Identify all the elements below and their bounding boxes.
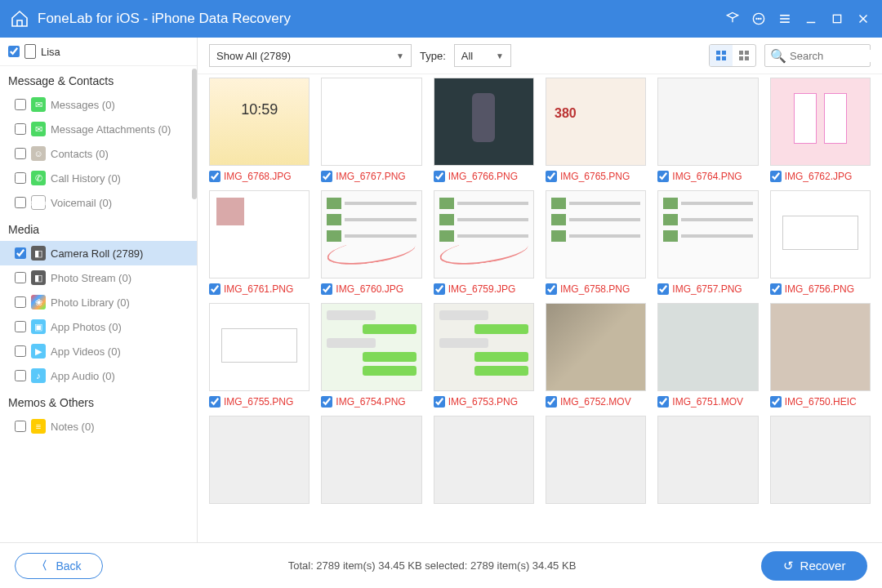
maximize-icon[interactable] bbox=[828, 10, 846, 28]
thumbnail-checkbox[interactable] bbox=[321, 283, 332, 295]
thumbnail-card[interactable] bbox=[209, 416, 310, 504]
recover-button[interactable]: ↺ Recover bbox=[761, 551, 867, 581]
thumbnail-checkbox[interactable] bbox=[209, 171, 220, 182]
thumbnail-image[interactable] bbox=[770, 190, 871, 278]
chk-messages[interactable] bbox=[15, 99, 26, 110]
sidebar-item-callhistory[interactable]: ✆Call History (0) bbox=[0, 166, 197, 190]
thumbnail-image[interactable] bbox=[434, 416, 534, 504]
sidebar-item-photolibrary[interactable]: ❀Photo Library (0) bbox=[0, 290, 197, 314]
chk-callhistory[interactable] bbox=[15, 172, 26, 184]
thumbnail-checkbox[interactable] bbox=[770, 396, 782, 408]
sidebar-item-photostream[interactable]: ◧Photo Stream (0) bbox=[0, 265, 197, 290]
thumbnail-card[interactable]: IMG_6765.PNG bbox=[546, 78, 646, 182]
thumbnail-checkbox[interactable] bbox=[657, 396, 669, 408]
device-row[interactable]: Lisa bbox=[0, 38, 197, 66]
sidebar-item-appphotos[interactable]: ▣App Photos (0) bbox=[0, 314, 197, 339]
thumbnail-card[interactable]: IMG_6753.PNG bbox=[434, 303, 534, 408]
close-icon[interactable] bbox=[854, 10, 872, 28]
home-icon[interactable] bbox=[10, 9, 29, 29]
thumbnail-checkbox[interactable] bbox=[546, 171, 557, 182]
thumbnail-image[interactable] bbox=[209, 416, 310, 504]
sidebar-item-notes[interactable]: ≡Notes (0) bbox=[0, 414, 197, 439]
thumbnail-image[interactable] bbox=[657, 190, 758, 278]
chk-contacts[interactable] bbox=[15, 148, 26, 159]
thumbnail-image[interactable] bbox=[546, 416, 646, 504]
sidebar-item-appvideos[interactable]: ▶App Videos (0) bbox=[0, 339, 197, 363]
search-input[interactable] bbox=[790, 50, 882, 62]
thumbnail-card[interactable]: IMG_6761.PNG bbox=[209, 190, 310, 295]
thumbnail-card[interactable]: IMG_6755.PNG bbox=[209, 303, 310, 408]
thumbnail-image[interactable] bbox=[770, 303, 871, 391]
thumbnail-checkbox[interactable] bbox=[657, 171, 669, 182]
thumbnail-image[interactable] bbox=[321, 78, 421, 166]
thumbnail-card[interactable]: IMG_6759.JPG bbox=[434, 190, 534, 295]
thumbnail-image[interactable] bbox=[657, 78, 758, 166]
thumbnail-image[interactable] bbox=[657, 416, 758, 504]
minimize-icon[interactable] bbox=[802, 10, 820, 28]
thumbnail-checkbox[interactable] bbox=[321, 396, 332, 408]
grid-wrap[interactable]: IMG_6768.JPGIMG_6767.PNGIMG_6766.PNGIMG_… bbox=[198, 74, 882, 542]
thumbnail-card[interactable]: IMG_6754.PNG bbox=[321, 303, 421, 408]
thumbnail-image[interactable] bbox=[209, 78, 310, 166]
thumbnail-card[interactable] bbox=[434, 416, 534, 504]
thumbnail-card[interactable]: IMG_6758.PNG bbox=[546, 190, 646, 295]
thumbnail-card[interactable]: IMG_6768.JPG bbox=[209, 78, 310, 182]
thumbnail-image[interactable] bbox=[546, 190, 646, 278]
thumbnail-image[interactable] bbox=[209, 303, 310, 391]
thumbnail-checkbox[interactable] bbox=[321, 171, 332, 182]
chk-photolibrary[interactable] bbox=[15, 296, 26, 308]
list-view-button[interactable] bbox=[733, 45, 755, 66]
thumbnail-card[interactable]: IMG_6750.HEIC bbox=[770, 303, 871, 408]
chk-voicemail[interactable] bbox=[15, 197, 26, 208]
thumbnail-checkbox[interactable] bbox=[657, 283, 669, 295]
chk-notes[interactable] bbox=[15, 421, 26, 432]
menu-icon[interactable] bbox=[776, 10, 794, 28]
thumbnail-card[interactable] bbox=[321, 416, 421, 504]
grid-view-button[interactable] bbox=[710, 45, 733, 66]
thumbnail-image[interactable] bbox=[321, 303, 421, 391]
sidebar-item-messages[interactable]: ✉Messages (0) bbox=[0, 92, 197, 117]
chk-cameraroll[interactable] bbox=[15, 247, 26, 259]
thumbnail-card[interactable]: IMG_6767.PNG bbox=[321, 78, 421, 182]
chk-appaudio[interactable] bbox=[15, 370, 26, 381]
thumbnail-image[interactable] bbox=[209, 190, 310, 278]
thumbnail-card[interactable] bbox=[657, 416, 758, 504]
chk-photostream[interactable] bbox=[15, 272, 26, 283]
thumbnail-image[interactable] bbox=[546, 303, 646, 391]
shield-icon[interactable] bbox=[724, 10, 742, 28]
thumbnail-card[interactable]: IMG_6757.PNG bbox=[657, 190, 758, 295]
thumbnail-card[interactable]: IMG_6751.MOV bbox=[657, 303, 758, 408]
thumbnail-checkbox[interactable] bbox=[546, 283, 557, 295]
thumbnail-image[interactable] bbox=[321, 190, 421, 278]
sidebar-item-attachments[interactable]: ✉Message Attachments (0) bbox=[0, 117, 197, 141]
thumbnail-checkbox[interactable] bbox=[434, 396, 445, 408]
search-box[interactable]: 🔍 bbox=[764, 44, 871, 67]
chk-attachments[interactable] bbox=[15, 123, 26, 135]
thumbnail-checkbox[interactable] bbox=[546, 396, 557, 408]
thumbnail-checkbox[interactable] bbox=[434, 283, 445, 295]
thumbnail-image[interactable] bbox=[657, 303, 758, 391]
chk-appvideos[interactable] bbox=[15, 345, 26, 357]
thumbnail-card[interactable] bbox=[546, 416, 646, 504]
device-checkbox[interactable] bbox=[8, 46, 20, 57]
thumbnail-image[interactable] bbox=[434, 303, 534, 391]
thumbnail-card[interactable] bbox=[770, 416, 871, 504]
sidebar-item-contacts[interactable]: ☺Contacts (0) bbox=[0, 141, 197, 166]
thumbnail-checkbox[interactable] bbox=[209, 283, 220, 295]
thumbnail-image[interactable] bbox=[434, 190, 534, 278]
sidebar-item-voicemail[interactable]: ◉◉Voicemail (0) bbox=[0, 190, 197, 215]
chk-appphotos[interactable] bbox=[15, 321, 26, 332]
sidebar-item-cameraroll[interactable]: ◧Camera Roll (2789) bbox=[0, 241, 197, 265]
thumbnail-checkbox[interactable] bbox=[434, 171, 445, 182]
thumbnail-card[interactable]: IMG_6766.PNG bbox=[434, 78, 534, 182]
thumbnail-image[interactable] bbox=[434, 78, 534, 166]
sidebar-item-appaudio[interactable]: ♪App Audio (0) bbox=[0, 363, 197, 388]
thumbnail-image[interactable] bbox=[770, 78, 871, 166]
thumbnail-checkbox[interactable] bbox=[770, 171, 782, 182]
thumbnail-card[interactable]: IMG_6760.JPG bbox=[321, 190, 421, 295]
thumbnail-image[interactable] bbox=[546, 78, 646, 166]
thumbnail-image[interactable] bbox=[770, 416, 871, 504]
thumbnail-checkbox[interactable] bbox=[209, 396, 220, 408]
feedback-icon[interactable] bbox=[750, 10, 768, 28]
thumbnail-card[interactable]: IMG_6752.MOV bbox=[546, 303, 646, 408]
